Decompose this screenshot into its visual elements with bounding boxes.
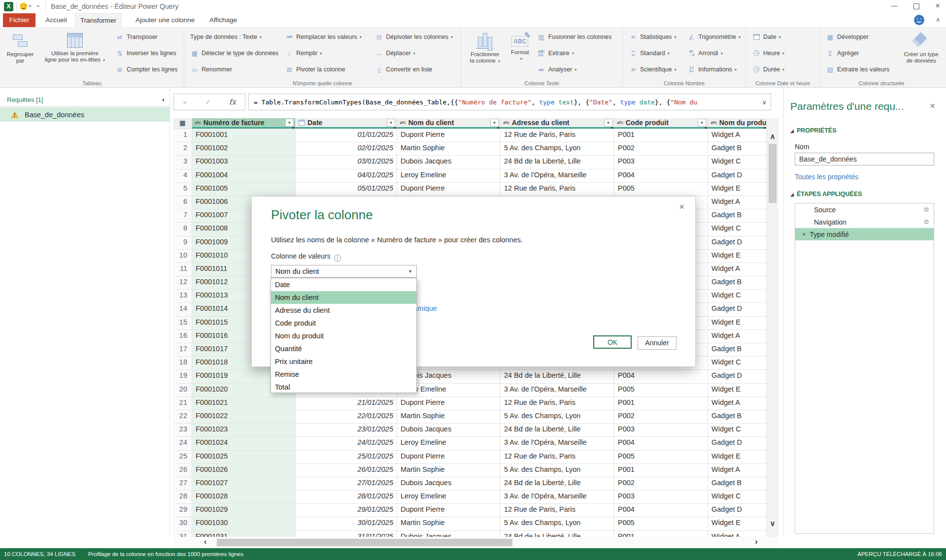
tab-affichage[interactable]: Affichage — [206, 13, 240, 27]
customize-qat-icon[interactable]: ⌄ — [35, 1, 40, 8]
cell-date[interactable]: 22/01/2025 — [296, 410, 397, 424]
expand-formula-bar-icon[interactable]: ∨ — [762, 99, 767, 106]
filter-icon[interactable]: ▼ — [387, 119, 395, 127]
cell-num[interactable]: 13 — [173, 290, 192, 303]
cell-produit[interactable]: Gadget D — [708, 437, 767, 450]
applied-step-source[interactable]: Source⚙ — [795, 203, 934, 216]
cell-code[interactable]: P002 — [614, 477, 708, 491]
cell-fact[interactable]: F0001026 — [192, 464, 296, 477]
cell-adresse[interactable]: 12 Rue de Paris, Paris — [501, 129, 614, 142]
dropdown-item[interactable]: Total — [271, 381, 416, 394]
cell-num[interactable]: 5 — [173, 183, 192, 196]
cell-client[interactable]: Dupont Pierre — [397, 504, 501, 517]
fusionner-colonnes-button[interactable]: ▥Fusionner les colonnes — [537, 31, 617, 43]
table-corner-menu[interactable]: ▦ — [173, 118, 192, 129]
cell-num[interactable]: 25 — [173, 451, 192, 464]
value-column-select[interactable]: Nom du client▼ — [271, 265, 417, 278]
use-first-row-headers-button[interactable]: Utiliser la première ligne pour les en-t… — [37, 29, 112, 78]
commit-formula-icon[interactable]: ✓ — [205, 98, 211, 106]
applied-step-type-modifi-[interactable]: ×Type modifié — [795, 228, 934, 240]
filter-icon[interactable]: ▼ — [490, 119, 499, 127]
scroll-up-icon[interactable]: ∧ — [767, 132, 778, 141]
cell-produit[interactable]: Widget C — [708, 491, 767, 504]
dropdown-item[interactable]: Quantité — [271, 342, 416, 355]
cell-fact[interactable]: F0001004 — [192, 169, 296, 183]
cell-date[interactable]: 03/01/2025 — [296, 156, 397, 169]
cell-num[interactable]: 2 — [173, 142, 192, 156]
delete-step-icon[interactable]: × — [802, 231, 806, 238]
cell-adresse[interactable]: 5 Av. des Champs, Lyon — [501, 410, 614, 424]
informations-button[interactable]: 1 23 +Informations▾ — [687, 64, 741, 75]
cell-num[interactable]: 4 — [173, 169, 192, 183]
properties-section-header[interactable]: ◢PROPRIÉTÉS — [790, 127, 837, 134]
column-header-adresse-du-client[interactable]: AᴮC Adresse du client ▼ — [501, 118, 614, 129]
applied-steps-section-header[interactable]: ◢ÉTAPES APPLIQUÉES — [790, 191, 862, 198]
cell-code[interactable]: P004 — [614, 169, 708, 183]
cell-num[interactable]: 10 — [173, 250, 192, 263]
deplacer-button[interactable]: ↔Déplacer▾ — [375, 47, 456, 59]
cell-produit[interactable]: Gadget D — [708, 169, 767, 183]
cell-num[interactable]: 17 — [173, 343, 192, 357]
smiley-qat-icon[interactable] — [20, 2, 28, 10]
cell-adresse[interactable]: 12 Rue de Paris, Paris — [501, 397, 614, 410]
cell-num[interactable]: 12 — [173, 276, 192, 290]
cell-num[interactable]: 14 — [173, 303, 192, 316]
cell-produit[interactable]: Gadget B — [708, 343, 767, 357]
statistiques-button[interactable]: ΧΣStatistiques▾ — [629, 31, 681, 43]
cell-code[interactable]: P001 — [614, 531, 708, 537]
column-header-nom-du-produit[interactable]: AᴮC Nom du produit — [708, 118, 767, 129]
cell-fact[interactable]: F0001005 — [192, 183, 296, 196]
cell-produit[interactable]: Widget E — [708, 384, 767, 397]
cell-num[interactable]: 23 — [173, 424, 192, 437]
cell-produit[interactable]: Widget A — [708, 531, 767, 537]
dropdown-item[interactable]: Remise — [271, 368, 416, 381]
cell-num[interactable]: 15 — [173, 317, 192, 330]
cell-fact[interactable]: F0001024 — [192, 437, 296, 450]
cell-produit[interactable]: Widget E — [708, 317, 767, 330]
cell-date[interactable]: 31/01/2025 — [296, 531, 397, 537]
cell-produit[interactable]: Gadget D — [708, 236, 767, 250]
dropdown-item[interactable]: Nom du produit — [271, 329, 416, 342]
inverser-lignes-button[interactable]: ⇅Inverser les lignes — [115, 47, 178, 59]
cell-code[interactable]: P003 — [614, 491, 708, 504]
tab-fichier[interactable]: Fichier — [3, 13, 35, 27]
cell-code[interactable]: P001 — [614, 464, 708, 477]
cell-produit[interactable]: Widget E — [708, 250, 767, 263]
vertical-scrollbar-thumb[interactable] — [769, 144, 777, 203]
gear-icon[interactable]: ⚙ — [923, 218, 929, 226]
cell-date[interactable]: 02/01/2025 — [296, 142, 397, 156]
cell-adresse[interactable]: 12 Rue de Paris, Paris — [501, 504, 614, 517]
agreger-button[interactable]: ΣAgréger — [826, 47, 899, 59]
creer-type-donnees-button[interactable]: Créer un typede données — [902, 29, 941, 78]
cell-date[interactable]: 27/01/2025 — [296, 477, 397, 491]
scientifique-button[interactable]: 10²Scientifique▾ — [629, 64, 681, 75]
cell-adresse[interactable]: 24 Bd de la Liberté, Lille — [501, 156, 614, 169]
cell-fact[interactable]: F0001021 — [192, 397, 296, 410]
cell-adresse[interactable]: 24 Bd de la Liberté, Lille — [501, 424, 614, 437]
cell-date[interactable]: 01/01/2025 — [296, 129, 397, 142]
cell-fact[interactable]: F0001001 — [192, 129, 296, 142]
cancel-button[interactable]: Annuler — [638, 336, 676, 350]
cell-produit[interactable]: Widget C — [708, 156, 767, 169]
scroll-left-icon[interactable]: ‹ — [204, 537, 207, 547]
dropdown-item[interactable]: Adresse du client — [271, 304, 416, 317]
formula-input[interactable]: = Table.TransformColumnTypes(Base_de_don… — [248, 94, 771, 110]
cell-num[interactable]: 7 — [173, 209, 192, 223]
cell-adresse[interactable]: 5 Av. des Champs, Lyon — [501, 142, 614, 156]
cell-num[interactable]: 22 — [173, 410, 192, 424]
dropdown-item[interactable]: Prix unitaire — [271, 355, 416, 368]
filter-icon[interactable]: ▼ — [285, 119, 294, 127]
detecter-type-button[interactable]: ▦Détecter le type de données — [190, 47, 279, 59]
cell-date[interactable]: 24/01/2025 — [296, 437, 397, 450]
cell-num[interactable]: 21 — [173, 397, 192, 410]
cell-produit[interactable]: Gadget B — [708, 209, 767, 223]
cell-date[interactable]: 05/01/2025 — [296, 183, 397, 196]
cell-produit[interactable]: Gadget B — [708, 410, 767, 424]
cell-code[interactable]: P004 — [614, 437, 708, 450]
cell-adresse[interactable]: 24 Bd de la Liberté, Lille — [501, 477, 614, 491]
cell-adresse[interactable]: 12 Rue de Paris, Paris — [501, 183, 614, 196]
dropdown-item[interactable]: Date — [271, 278, 416, 291]
cell-adresse[interactable]: 3 Av. de l'Opéra, Marseille — [501, 384, 614, 397]
cell-fact[interactable]: F0001023 — [192, 424, 296, 437]
cell-adresse[interactable]: 3 Av. de l'Opéra, Marseille — [501, 169, 614, 183]
